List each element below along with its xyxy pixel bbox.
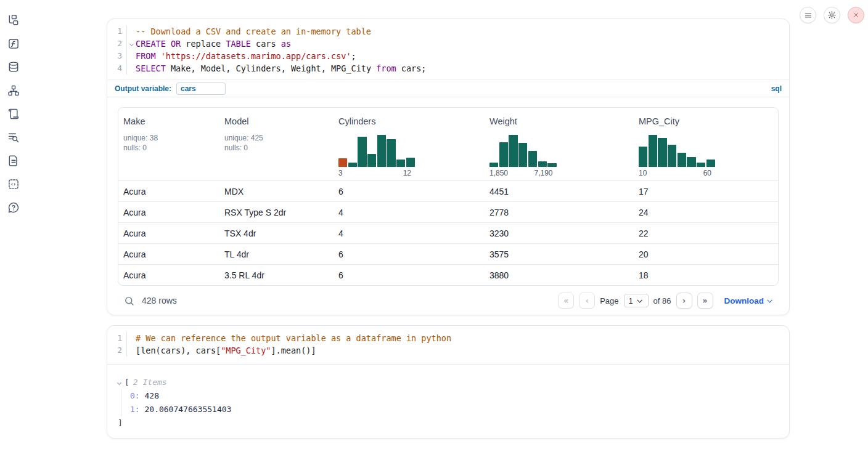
language-badge[interactable]: sql (771, 84, 782, 93)
histogram-bar[interactable] (338, 158, 347, 167)
table-cell: 3230 (485, 223, 634, 243)
scroll-icon[interactable] (7, 107, 20, 121)
line-number: 2 (107, 344, 127, 357)
histogram-bar[interactable] (518, 143, 527, 167)
table-cell: Acura (118, 223, 219, 243)
histogram-bar[interactable] (639, 147, 647, 167)
histogram-bar[interactable] (489, 163, 498, 167)
histogram-axis-labels: 312 (338, 169, 415, 177)
histogram-axis-labels: 1,8507,190 (489, 169, 557, 177)
table-cell: 20 (634, 244, 778, 264)
sql-output-area: Makeunique: 38nulls: 0Modelunique: 425nu… (107, 97, 789, 313)
page-select[interactable]: 1 (624, 294, 649, 307)
tree-entry: 0: 428 (130, 389, 789, 403)
shutdown-button[interactable] (848, 7, 864, 23)
table-cell: 22 (634, 223, 778, 243)
column-header-cylinders: Cylinders312 (334, 108, 485, 180)
table-cell: 6 (334, 265, 485, 285)
histogram-bar[interactable] (528, 151, 537, 167)
histogram-bar[interactable] (697, 163, 705, 167)
histogram-bar[interactable] (658, 138, 666, 167)
histogram-bar[interactable] (377, 135, 386, 167)
collapse-icon[interactable] (117, 380, 121, 384)
code-text: CREATE OR replace TABLE cars as (127, 38, 291, 50)
output-variable-input[interactable] (176, 83, 226, 95)
histogram-bar[interactable] (649, 135, 657, 167)
row-count: 428 rows (142, 296, 177, 305)
code-line[interactable]: 4SELECT Make, Model, Cylinders, Weight, … (107, 62, 789, 75)
line-number: 1 (107, 332, 127, 344)
table-cell: 17 (634, 181, 778, 201)
tree-entry: 1: 20.060747663551403 (130, 403, 789, 416)
first-page-button[interactable]: « (558, 293, 574, 309)
search-icon[interactable] (124, 296, 134, 306)
tree-entry-value: 20.060747663551403 (144, 405, 231, 414)
code-line[interactable]: 1-- Download a CSV and create an in-memo… (107, 25, 789, 38)
histogram-bar[interactable] (706, 160, 715, 167)
histogram-bar[interactable] (509, 135, 517, 167)
histogram-bar[interactable] (678, 153, 686, 167)
column-histogram[interactable]: 1,8507,190 (489, 135, 557, 177)
column-name[interactable]: Model (224, 116, 249, 126)
code-line[interactable]: 2[len(cars), cars["MPG_City"].mean()] (107, 344, 789, 357)
histogram-bar[interactable] (358, 137, 366, 167)
database-icon[interactable] (7, 60, 20, 74)
search-list-icon[interactable] (7, 131, 20, 144)
snippets-icon[interactable]: ‹› (7, 177, 20, 191)
column-name[interactable]: Cylinders (338, 116, 375, 126)
sql-cell: 1-- Download a CSV and create an in-memo… (107, 18, 790, 315)
histogram-bar[interactable] (538, 161, 547, 167)
tree-entry-value: 428 (144, 391, 158, 400)
histogram-bar[interactable] (348, 163, 357, 167)
column-header-weight: Weight1,8507,190 (485, 108, 634, 180)
table-cell: 3.5 RL 4dr (219, 265, 334, 285)
table-footer: 428 rows « ‹ Page 1 of 86 › » Download (118, 288, 779, 313)
histogram-bar[interactable] (387, 139, 395, 167)
histogram-bar[interactable] (406, 158, 415, 167)
download-button[interactable]: Download (724, 296, 772, 305)
code-text: # We can reference the output variable a… (127, 332, 451, 344)
code-line[interactable]: 1# We can reference the output variable … (107, 332, 789, 344)
histogram-axis-labels: 1060 (639, 169, 715, 177)
table-cell: TL 4dr (219, 244, 334, 264)
column-histogram[interactable]: 312 (338, 135, 415, 177)
column-stats: unique: 38nulls: 0 (123, 133, 215, 153)
histogram-bar[interactable] (687, 157, 695, 167)
chevron-down-icon (767, 297, 772, 302)
left-sidebar: ‹› (0, 0, 27, 449)
table-cell: 4451 (485, 181, 634, 201)
histogram-bar[interactable] (396, 160, 405, 167)
column-name[interactable]: Weight (489, 116, 517, 126)
histogram-bar[interactable] (668, 145, 676, 167)
column-header-model: Modelunique: 425nulls: 0 (219, 108, 334, 180)
graph-icon[interactable] (7, 84, 20, 97)
column-name[interactable]: Make (123, 116, 145, 126)
column-histogram[interactable]: 1060 (639, 135, 715, 177)
histogram-bar[interactable] (367, 154, 376, 167)
settings-button[interactable] (824, 7, 840, 23)
code-text: FROM 'https://datasets.marimo.app/cars.c… (127, 50, 356, 62)
menu-button[interactable] (800, 7, 816, 23)
next-page-button[interactable]: › (676, 293, 692, 309)
prev-page-button[interactable]: ‹ (579, 293, 595, 309)
histogram-bar[interactable] (547, 163, 556, 167)
column-name[interactable]: MPG_City (639, 116, 679, 126)
histogram-bar[interactable] (499, 142, 508, 167)
help-icon[interactable] (7, 201, 20, 214)
code-line[interactable]: 3FROM 'https://datasets.marimo.app/cars.… (107, 50, 789, 62)
file-tree-icon[interactable] (7, 14, 20, 27)
sql-code-editor[interactable]: 1-- Download a CSV and create an in-memo… (107, 19, 789, 79)
code-line[interactable]: 2CREATE OR replace TABLE cars as (107, 38, 789, 50)
table-header-row: Makeunique: 38nulls: 0Modelunique: 425nu… (118, 108, 778, 180)
python-code-editor[interactable]: 1# We can reference the output variable … (107, 326, 789, 365)
table-cell: RSX Type S 2dr (219, 202, 334, 222)
code-text: [len(cars), cars["MPG_City"].mean()] (127, 344, 316, 357)
last-page-button[interactable]: » (697, 293, 713, 309)
table-row: Acura3.5 RL 4dr6388018 (118, 264, 778, 285)
table-row: AcuraMDX6445117 (118, 180, 778, 201)
document-icon[interactable] (7, 154, 20, 168)
code-text: SELECT Make, Model, Cylinders, Weight, M… (127, 62, 426, 75)
column-stats: unique: 425nulls: 0 (224, 133, 329, 153)
line-number: 4 (107, 62, 127, 75)
function-icon[interactable] (7, 37, 20, 51)
